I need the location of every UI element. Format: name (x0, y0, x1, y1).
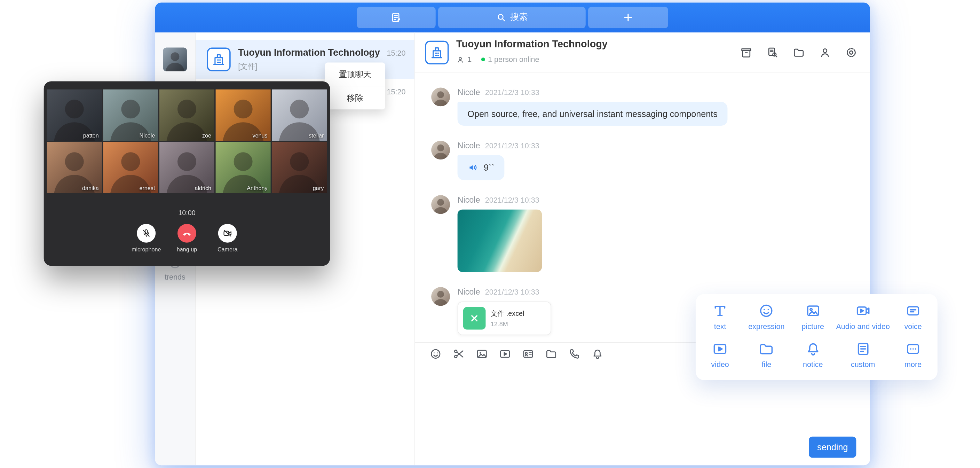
archive-icon (740, 46, 752, 59)
feature-label: notice (790, 360, 836, 369)
participant-grid: patton Nicole zoe venus stellar danika e… (47, 89, 327, 193)
feature-label: Audio and video (836, 322, 890, 331)
hang-up-icon (181, 228, 192, 239)
feature-notice[interactable]: notice (790, 337, 836, 375)
plus-icon (623, 12, 634, 23)
feature-expression[interactable]: expression (743, 299, 790, 337)
chat-record-search-button[interactable] (766, 46, 779, 59)
smiley-icon (758, 303, 775, 319)
feature-audio-video[interactable]: Audio and video (836, 299, 890, 337)
sender-avatar[interactable] (431, 195, 450, 214)
conversation-preview: [文件] (238, 61, 257, 72)
person-silhouette-icon (431, 88, 450, 106)
custom-document-icon (855, 341, 871, 357)
my-avatar[interactable] (163, 47, 187, 71)
message-header: Nicole2021/12/3 10:33 (458, 141, 870, 150)
id-card-icon (522, 348, 535, 360)
more-icon (905, 341, 921, 357)
phone-icon (568, 348, 581, 360)
participant-tile: venus (216, 89, 271, 141)
feature-voice[interactable]: voice (890, 299, 936, 337)
feature-video[interactable]: video (697, 337, 743, 375)
call-timer: 10:00 (44, 209, 330, 217)
hang-up-button[interactable] (178, 224, 196, 243)
feature-text[interactable]: text (697, 299, 743, 337)
video-call-panel: patton Nicole zoe venus stellar danika e… (44, 81, 330, 266)
sender-avatar[interactable] (431, 141, 450, 160)
folder-icon (758, 341, 775, 357)
microphone-label: microphone (127, 246, 165, 253)
text-bubble: Open source, free, and universal instant… (458, 102, 728, 126)
excel-file-icon (463, 307, 486, 330)
menu-item-remove[interactable]: 移除 (325, 86, 385, 109)
sender-avatar[interactable] (431, 287, 450, 306)
building-icon (212, 53, 226, 67)
emoji-button[interactable] (430, 348, 442, 360)
archive-button[interactable] (740, 46, 752, 59)
message-audio: Nicole2021/12/3 10:33 9`` (431, 141, 870, 180)
sender-avatar[interactable] (431, 88, 450, 106)
folder-icon (792, 46, 805, 59)
message-image: Nicole2021/12/3 10:33 (431, 195, 870, 272)
conversation-context-menu: 置顶聊天 移除 (325, 63, 385, 110)
feature-more[interactable]: more (890, 337, 936, 375)
camera-toggle[interactable]: Camera (209, 224, 247, 253)
file-attachment[interactable]: 文件 .excel 12.8M (458, 302, 551, 335)
image-button[interactable] (476, 348, 488, 360)
feature-picture[interactable]: picture (790, 299, 836, 337)
chat-panel: Tuoyun Information Technology 1 1 person… (415, 32, 870, 465)
participant-name: Nicole (139, 133, 155, 139)
menu-item-pin-chat[interactable]: 置顶聊天 (325, 63, 385, 86)
add-button[interactable] (588, 7, 668, 28)
participant-tile: aldrich (159, 142, 215, 193)
folder-icon (545, 348, 557, 360)
person-silhouette-icon (431, 141, 450, 160)
image-attachment[interactable] (458, 209, 542, 272)
group-avatar (207, 47, 231, 71)
camera-button[interactable] (218, 224, 237, 243)
microphone-button[interactable] (137, 224, 156, 243)
notice-button[interactable] (591, 348, 604, 360)
send-button[interactable]: sending (809, 437, 856, 458)
participant-tile: patton (47, 89, 102, 141)
feature-panel: text expression picture Audio and video … (696, 294, 937, 380)
message-text: Nicole2021/12/3 10:33 Open source, free,… (431, 88, 870, 126)
message-header: Nicole2021/12/3 10:33 (458, 88, 870, 97)
notes-button[interactable] (357, 7, 435, 28)
feature-custom[interactable]: custom (836, 337, 890, 375)
members-icon (456, 55, 464, 63)
search-icon (496, 13, 506, 22)
call-button[interactable] (568, 348, 581, 360)
chat-title: Tuoyun Information Technology (456, 39, 608, 50)
emoji-icon (430, 348, 442, 360)
file-button[interactable] (545, 348, 557, 360)
camera-off-icon (223, 228, 232, 238)
contact-card-button[interactable] (522, 348, 535, 360)
camera-label: Camera (209, 246, 247, 253)
person-silhouette-icon (431, 195, 450, 214)
screenshot-button[interactable] (452, 348, 465, 360)
video-button[interactable] (499, 348, 511, 360)
microphone-toggle[interactable]: microphone (127, 224, 165, 253)
person-silhouette-icon (431, 287, 450, 306)
x-glyph-icon (469, 313, 480, 324)
mic-off-icon (141, 228, 151, 238)
building-icon (430, 46, 444, 59)
file-size: 12.8M (491, 321, 525, 327)
files-button[interactable] (792, 46, 805, 59)
bell-icon (591, 348, 604, 360)
file-name: 文件 .excel (491, 309, 525, 318)
settings-button[interactable] (845, 46, 858, 59)
hang-up-control[interactable]: hang up (168, 224, 206, 253)
message-time: 2021/12/3 10:33 (485, 88, 539, 97)
members-button[interactable] (819, 46, 831, 59)
search-input[interactable]: 搜索 (438, 7, 586, 28)
feature-file[interactable]: file (743, 337, 790, 375)
conversation-time: 15:20 (387, 49, 406, 58)
chat-actions (740, 46, 858, 59)
participant-name: gary (313, 185, 324, 192)
participant-tile: zoe (159, 89, 215, 141)
search-bar: 搜索 (357, 7, 668, 28)
scissors-icon (452, 348, 465, 360)
audio-bubble[interactable]: 9`` (458, 155, 504, 180)
